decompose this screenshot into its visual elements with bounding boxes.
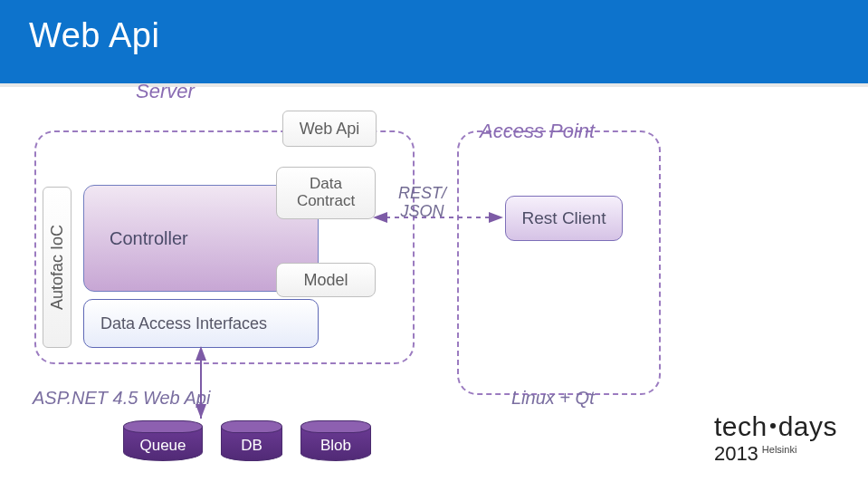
box-data-access-interfaces: Data Access Interfaces — [83, 299, 319, 348]
logo-dot-icon — [770, 423, 776, 429]
cylinder-queue: Queue — [123, 420, 203, 466]
box-rest-client: Rest Client — [505, 196, 623, 241]
autofac-label: Autofac IoC — [48, 225, 67, 310]
diagram-canvas: Server Access Point Web Api Autofac IoC … — [0, 87, 868, 482]
techdays-logo: techdays 2013Helsinki — [714, 411, 837, 466]
logo-year: 2013 — [714, 442, 758, 465]
box-web-api: Web Api — [282, 111, 377, 147]
box-autofac-ioc: Autofac IoC — [43, 187, 72, 348]
logo-brand-2: days — [778, 411, 837, 441]
group-label-server: Server — [136, 80, 195, 103]
slide-header: Web Api — [0, 0, 868, 83]
box-data-contract: Data Contract — [276, 167, 376, 219]
label-aspnet: ASP.NET 4.5 Web Api — [33, 388, 210, 409]
cylinder-blob: Blob — [300, 420, 371, 466]
label-rest-json: REST/ JSON — [398, 185, 446, 221]
group-access-point — [457, 130, 661, 395]
logo-brand-1: tech — [714, 411, 768, 441]
slide-title: Web Api — [29, 16, 868, 55]
logo-city: Helsinki — [762, 444, 797, 455]
cylinder-db: DB — [221, 420, 282, 466]
group-label-access: Access Point — [480, 120, 595, 143]
label-linux-qt: Linux + Qt — [511, 388, 595, 409]
box-model: Model — [276, 263, 376, 297]
